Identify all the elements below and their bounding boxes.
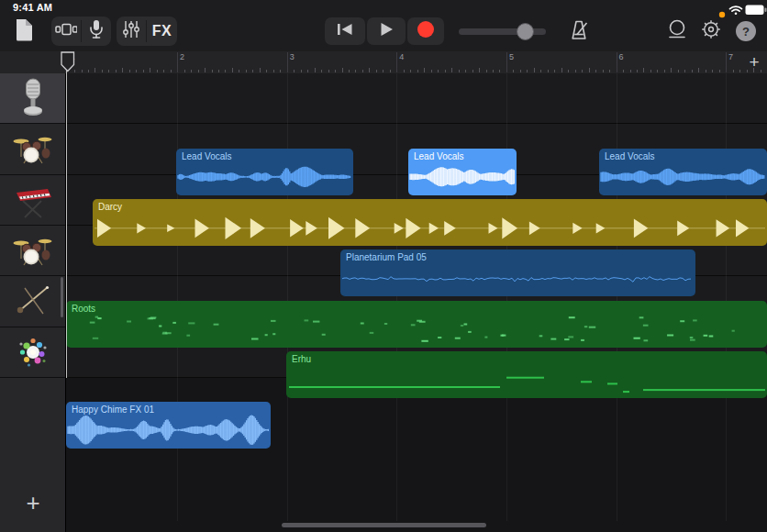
track-header-sound-effects[interactable] [0,327,65,378]
ruler-tick [342,68,343,73]
play-icon [380,22,394,40]
ruler-tick [171,70,172,73]
my-songs-button[interactable] [11,18,37,44]
ruler-tick [603,70,604,73]
ruler-tick [266,70,267,73]
track-header-erhu[interactable] [0,276,65,327]
ruler-tick [520,70,521,73]
volume-slider-knob[interactable] [517,23,534,40]
record-button[interactable] [407,17,444,45]
ruler-tick [94,68,95,73]
ruler-tick [102,70,103,73]
ruler-tick [678,70,679,73]
wifi-icon [728,3,743,19]
ruler-tick [575,70,576,73]
loop-browser-button[interactable] [665,19,689,43]
ruler-tick [582,70,583,73]
ruler-tick [719,70,720,73]
ruler-tick [246,70,247,73]
ruler-tick [698,68,699,73]
region-darcy[interactable]: Darcy [93,199,767,246]
ruler-tick [122,68,123,73]
metronome-button[interactable] [566,19,592,45]
ruler-tick [232,68,233,73]
ruler-tick [191,70,192,73]
bar-gridline [177,73,178,521]
add-track-button[interactable]: + [20,490,46,515]
track-lane[interactable] [66,73,767,124]
region-lead-vocals-3[interactable]: Lead Vocals [599,149,767,195]
rewind-button[interactable] [325,17,365,45]
region-lead-vocals-1[interactable]: Lead Vocals [176,149,353,195]
ruler-tick [595,70,596,73]
ruler-barline [287,52,288,72]
ruler-tick [321,70,322,73]
region-planetarium[interactable]: Planetarium Pad 05 [340,249,695,296]
play-button[interactable] [367,17,406,45]
ruler-tick [438,70,439,73]
track-view-button[interactable] [51,17,81,46]
ruler-tick [493,70,494,73]
settings-button[interactable] [699,19,723,43]
microphone-icon [14,77,52,119]
ruler-tick [739,70,740,73]
ruler-barline [726,52,727,72]
ruler-tick [630,70,631,73]
ruler-tick [540,70,541,73]
ruler-tick [499,70,500,73]
garageband-tracks-view: 9:41 AM [0,0,767,532]
track-view-icon [55,22,77,40]
ruler-barline [506,52,507,72]
ruler-bar-number: 7 [728,52,733,61]
add-bars-button[interactable]: + [744,52,764,72]
region-roots[interactable]: Roots [66,301,767,348]
ruler-tick [650,70,651,73]
horizontal-scrollbar[interactable] [282,523,486,527]
region-lead-vocals-2[interactable]: Lead Vocals [408,149,517,195]
ruler-tick [548,70,549,73]
ruler-tick [465,70,466,73]
track-header-drums[interactable] [0,124,65,174]
ruler-tick [623,70,624,73]
track-header-drums-2[interactable] [0,226,65,276]
gear-icon [700,18,722,44]
mixer-fx-group: FX [117,17,177,46]
ruler-tick [150,68,150,73]
ruler-tick [260,68,261,73]
ruler-tick [417,70,418,73]
ruler-tick [198,70,199,73]
ruler-bar-number: 3 [290,52,295,61]
fx-button[interactable]: FX [147,17,177,46]
record-icon [417,20,435,42]
erhu-icon [13,281,53,321]
ruler-tick [218,70,219,73]
keyboard-icon [12,179,54,221]
ruler-tick [239,70,239,73]
vertical-scrollbar[interactable] [61,277,63,317]
ruler-tick [129,70,130,73]
document-icon [15,18,34,45]
playhead-marker[interactable] [61,51,75,76]
sparkle-icon [13,332,53,372]
ruler-tick [328,70,329,73]
ruler-tick [163,70,164,73]
ruler-tick [712,70,713,73]
help-button[interactable]: ? [734,19,758,43]
ruler-tick [252,70,253,73]
region-happy-chime[interactable]: Happy Chime FX 01 [66,402,271,449]
track-header-vocals[interactable] [0,73,65,124]
track-controls-button[interactable] [117,17,146,46]
region-erhu[interactable]: Erhu [286,351,767,398]
drum-kit-icon [12,230,54,271]
master-volume-slider[interactable] [459,22,546,40]
ruler-tick [212,70,213,73]
input-settings-button[interactable] [82,17,111,46]
ruler-tick [527,70,528,73]
bar-gridline [617,73,617,521]
ruler-tick [136,70,137,73]
ruler-tick [108,70,109,73]
timeline-ruler[interactable]: 1234567 [0,51,767,74]
ruler-tick [390,70,391,73]
ruler-tick [315,68,316,73]
track-header-keyboard[interactable] [0,175,65,226]
